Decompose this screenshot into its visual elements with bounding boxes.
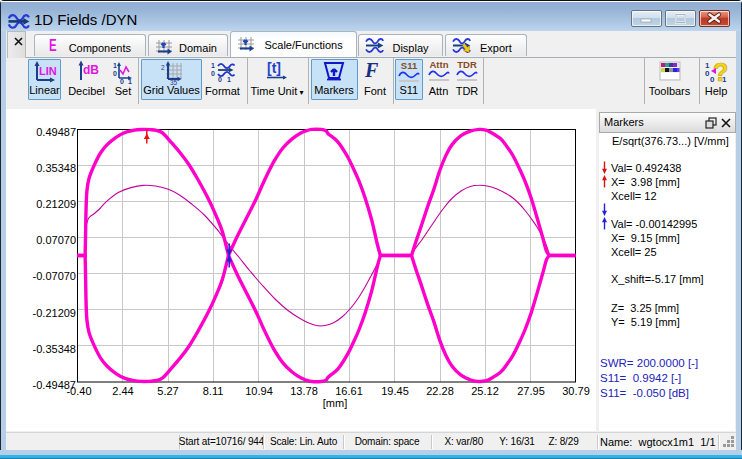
svg-text:1: 1: [722, 75, 727, 82]
svg-text:F: F: [364, 60, 379, 81]
svg-text:1: 1: [211, 62, 215, 69]
svg-text:LIN: LIN: [39, 65, 57, 77]
svg-text:TDR: TDR: [457, 60, 477, 70]
svg-text:Attn: Attn: [429, 60, 448, 70]
svg-text:0: 0: [218, 76, 222, 83]
svg-text:dB: dB: [83, 63, 99, 77]
svg-text:1: 1: [128, 78, 132, 84]
svg-text:1: 1: [113, 62, 117, 69]
svg-text:0: 0: [120, 78, 124, 84]
svg-text:1: 1: [227, 76, 231, 83]
svg-text:0: 0: [113, 70, 117, 77]
svg-text:2: 2: [161, 64, 165, 71]
svg-text:[t]: [t]: [267, 60, 281, 76]
svg-text:S11: S11: [401, 61, 418, 71]
svg-text:0: 0: [710, 75, 715, 82]
svg-text:0: 0: [211, 70, 215, 77]
